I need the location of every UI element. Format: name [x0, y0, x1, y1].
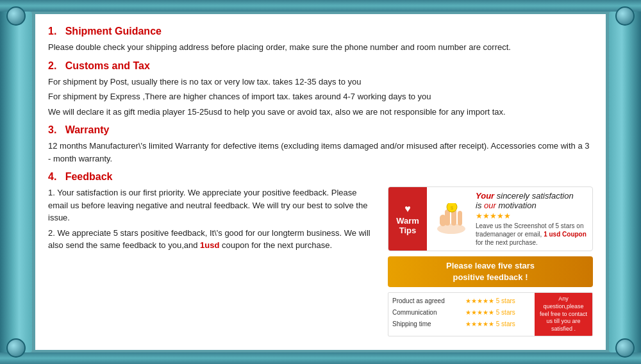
warm-tips-content: $ Your sincerely satisfactionis our moti…	[427, 187, 592, 251]
scroll-knob-right-bottom	[615, 338, 635, 358]
shipment-text: Please double check your shipping addres…	[48, 41, 593, 54]
scroll-left-curl	[0, 12, 32, 352]
stars-row: ★★★★★	[476, 211, 587, 220]
rating-stars-1: ★★★★★ 5 stars	[465, 295, 531, 307]
warm-tips-badge: ♥ Warm Tips	[388, 187, 427, 251]
warm-tips-text: Your sincerely satisfactionis our motiva…	[476, 191, 587, 247]
heart-icon: ♥	[404, 203, 411, 215]
sincerely-text: Your sincerely satisfactionis our motiva…	[476, 191, 587, 210]
customs-text-1: For shipment by Post, usually there is n…	[48, 76, 593, 88]
warm-sub-text: Leave us the Screenshot of 5 stars on tr…	[476, 222, 587, 247]
rating-label-1: Product as agreed	[392, 295, 458, 307]
rating-stars: ★★★★★ 5 stars ★★★★★ 5 stars ★★★★★ 5 star…	[464, 293, 532, 335]
customs-text-2: For shipment by Express ,There are highe…	[48, 90, 593, 103]
scroll-knob-left-bottom	[6, 338, 26, 358]
rating-table: Product as agreed Communication Shipping…	[388, 292, 593, 336]
hand-image: $	[432, 203, 470, 235]
rating-label-3: Shipping time	[392, 318, 458, 330]
rating-right-text: Any question,please feel free to contact…	[535, 293, 592, 335]
svg-text:$: $	[451, 205, 454, 211]
scroll-bar-bottom	[0, 352, 641, 364]
section-warranty-title: 3. Warranty	[48, 124, 593, 136]
feedback-left: 1. Your satisfaction is our first priori…	[48, 186, 378, 336]
scroll-bar-top	[0, 0, 641, 12]
scroll-right-curl	[609, 12, 641, 352]
warranty-text: 12 months Manufacturer\'s limited Warran…	[48, 140, 593, 165]
rating-stars-3: ★★★★★ 5 stars	[465, 318, 531, 330]
section-feedback-title: 4. Feedback	[48, 171, 593, 183]
svg-rect-4	[440, 215, 446, 226]
rating-label-2: Communication	[392, 307, 458, 318]
customs-text-3: We will declare it as gift media player …	[48, 106, 593, 119]
feedback-right: ♥ Warm Tips	[388, 186, 593, 336]
section-shipment-title: 1. Shipment Guidance	[48, 26, 593, 37]
rating-stars-2: ★★★★★ 5 stars	[465, 307, 531, 318]
feedback-text-2: 2. We appreciate 5 stars positive feedba…	[48, 227, 378, 252]
scroll-background: 1. Shipment Guidance Please double check…	[0, 0, 641, 364]
feedback-two-col: 1. Your satisfaction is our first priori…	[48, 186, 593, 336]
scroll-knob-right-top	[615, 6, 635, 26]
five-stars-banner: Please leave five stars positive feedbac…	[388, 256, 593, 287]
feedback-text-1: 1. Your satisfaction is our first priori…	[48, 186, 378, 224]
scroll-knob-left-top	[6, 6, 26, 26]
main-content-area: 1. Shipment Guidance Please double check…	[35, 14, 606, 350]
coupon-highlight: 1usd	[200, 240, 219, 250]
warm-tips-box: ♥ Warm Tips	[388, 186, 593, 251]
svg-rect-3	[458, 211, 462, 226]
rating-labels: Product as agreed Communication Shipping…	[388, 293, 462, 335]
section-customs-title: 2. Customs and Tax	[48, 60, 593, 72]
